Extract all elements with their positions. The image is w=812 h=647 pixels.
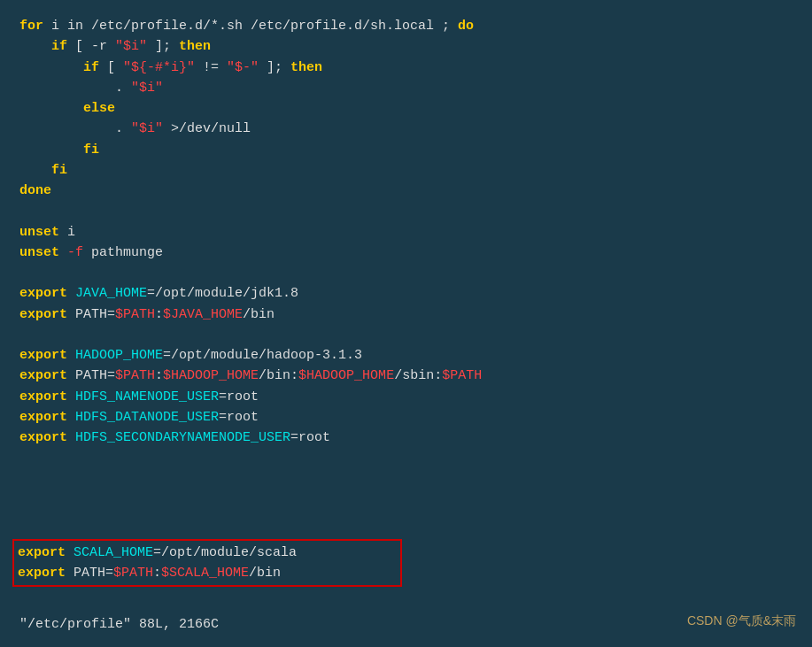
code-line-10 <box>19 201 793 221</box>
code-line-12: unset -f pathmunge <box>19 243 793 263</box>
code-line-22 <box>19 448 793 468</box>
code-line-13 <box>19 263 793 283</box>
code-line-23-highlighted: export SCALA_HOME=/opt/module/scala <box>18 543 397 563</box>
code-line-19: export HDFS_NAMENODE_USER=root <box>19 387 793 407</box>
code-line-18: export PATH=$PATH:$HADOOP_HOME/bin:$HADO… <box>19 366 793 386</box>
code-line-14: export JAVA_HOME=/opt/module/jdk1.8 <box>19 283 793 304</box>
code-line-24-highlighted: export PATH=$PATH:$SCALA_HOME/bin <box>18 563 397 583</box>
status-bar: "/etc/profile" 88L, 2166C <box>19 614 219 635</box>
code-line-16 <box>19 325 793 345</box>
code-line-2: if [ -r "$i" ]; then <box>19 36 793 57</box>
code-line-11: unset i <box>19 222 793 243</box>
code-line-17: export HADOOP_HOME=/opt/module/hadoop-3.… <box>19 345 793 366</box>
code-editor: for i in /etc/profile.d/*.sh /etc/profil… <box>0 0 812 485</box>
code-line-5: else <box>19 98 793 119</box>
code-line-8: fi <box>19 160 793 181</box>
highlight-box: export SCALA_HOME=/opt/module/scala expo… <box>12 539 402 588</box>
code-line-4: . "$i" <box>19 78 793 98</box>
code-line-15: export PATH=$PATH:$JAVA_HOME/bin <box>19 304 793 325</box>
watermark: CSDN @气质&末雨 <box>687 612 796 631</box>
code-line-1: for i in /etc/profile.d/*.sh /etc/profil… <box>19 16 793 36</box>
file-status: "/etc/profile" 88L, 2166C <box>19 617 219 632</box>
code-line-20: export HDFS_DATANODE_USER=root <box>19 407 793 427</box>
code-line-7: fi <box>19 140 793 160</box>
code-line-3: if [ "${-#*i}" != "$-" ]; then <box>19 58 793 78</box>
code-line-21: export HDFS_SECONDARYNAMENODE_USER=root <box>19 427 793 448</box>
code-line-6: . "$i" >/dev/null <box>19 119 793 139</box>
code-line-9: done <box>19 181 793 201</box>
